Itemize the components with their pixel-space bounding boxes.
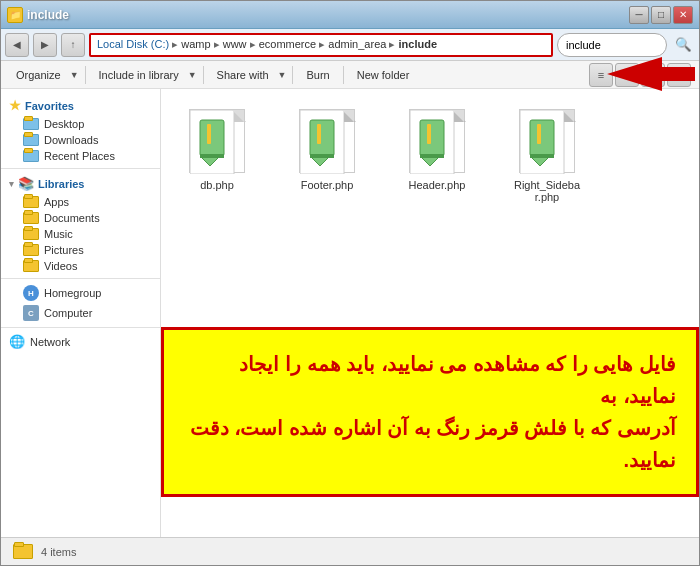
libraries-section: ▾ 📚 Libraries Apps Documents Music [1, 173, 160, 274]
status-folder-icon [13, 544, 33, 559]
sidebar-item-network[interactable]: 🌐 Network [1, 332, 160, 351]
sidebar-item-downloads[interactable]: Downloads [1, 132, 160, 148]
include-library-button[interactable]: Include in library [92, 64, 186, 86]
svg-rect-19 [420, 154, 444, 158]
organize-button[interactable]: Organize [9, 64, 68, 86]
sidebar-item-recent[interactable]: Recent Places [1, 148, 160, 164]
notification-box: فایل هایی را که مشاهده می نمایید، باید ه… [161, 327, 699, 497]
file-item-header[interactable]: Header.php [397, 105, 477, 195]
view-list-button[interactable]: ≡ [589, 63, 613, 87]
libraries-icon: 📚 [18, 176, 34, 191]
computer-icon: C [23, 305, 39, 321]
toolbar-separator-3 [292, 66, 293, 84]
sidebar-divider-3 [1, 327, 160, 328]
sidebar-item-documents[interactable]: Documents [1, 210, 160, 226]
right-sidebar-php-label: Right_Sidebar.php [511, 179, 583, 203]
help-button[interactable]: ? [667, 63, 691, 87]
pictures-icon [23, 244, 39, 256]
sidebar-item-homegroup[interactable]: H Homegroup [1, 283, 160, 303]
right-sidebar-php-icon [519, 109, 575, 173]
path-text: Local Disk (C:) ▸ wamp ▸ www ▸ ecommerce… [97, 38, 437, 51]
recent-icon [23, 150, 39, 162]
sidebar-item-computer[interactable]: C Computer [1, 303, 160, 323]
files-area: db.php Footer.php [161, 89, 699, 537]
libraries-label: Libraries [38, 178, 84, 190]
path-segment-4: ecommerce [259, 38, 316, 50]
search-button[interactable]: 🔍 [671, 33, 695, 57]
libraries-header[interactable]: ▾ 📚 Libraries [1, 173, 160, 194]
db-php-icon [189, 109, 245, 173]
path-arrow-2: ▸ [214, 38, 223, 50]
header-php-svg [410, 110, 466, 174]
svg-rect-16 [420, 120, 444, 156]
header-php-icon [409, 109, 465, 173]
recent-label: Recent Places [44, 150, 115, 162]
pictures-label: Pictures [44, 244, 84, 256]
apps-label: Apps [44, 196, 69, 208]
address-path[interactable]: Local Disk (C:) ▸ wamp ▸ www ▸ ecommerce… [89, 33, 553, 57]
search-input[interactable] [557, 33, 667, 57]
sidebar-item-videos[interactable]: Videos [1, 258, 160, 274]
svg-rect-5 [207, 124, 211, 144]
share-with-button[interactable]: Share with [210, 64, 276, 86]
status-bar: 4 items [1, 537, 699, 565]
toolbar-arrow-1: ▼ [70, 70, 79, 80]
new-folder-button[interactable]: New folder [350, 64, 417, 86]
path-segment-5: admin_area [328, 38, 386, 50]
svg-rect-25 [530, 154, 554, 158]
title-bar-left: 📁 include [7, 7, 69, 23]
svg-marker-21 [564, 110, 576, 122]
network-icon: 🌐 [9, 334, 25, 349]
db-php-svg [190, 110, 246, 174]
svg-rect-10 [310, 120, 334, 156]
toolbar-separator-4 [343, 66, 344, 84]
desktop-label: Desktop [44, 118, 84, 130]
sidebar-item-pictures[interactable]: Pictures [1, 242, 160, 258]
documents-label: Documents [44, 212, 100, 224]
view-toggle-button[interactable]: ▼ [615, 63, 639, 87]
path-arrow-5: ▸ [389, 38, 398, 50]
downloads-icon [23, 134, 39, 146]
svg-marker-9 [344, 110, 356, 122]
svg-marker-15 [454, 110, 466, 122]
sidebar-divider-1 [1, 168, 160, 169]
path-segment-2: wamp [181, 38, 210, 50]
toolbar-arrow-2: ▼ [188, 70, 197, 80]
apps-folder-icon [23, 196, 39, 208]
path-arrow-3: ▸ [250, 38, 259, 50]
path-arrow-1: ▸ [172, 38, 181, 50]
details-pane-button[interactable]: ⊞ [641, 63, 665, 87]
forward-button[interactable]: ▶ [33, 33, 57, 57]
toolbar: Organize ▼ Include in library ▼ Share wi… [1, 61, 699, 89]
minimize-button[interactable]: ─ [629, 6, 649, 24]
main-content: ★ Favorites Desktop Downloads Recent Pla… [1, 89, 699, 537]
footer-php-label: Footer.php [301, 179, 354, 191]
file-item-db[interactable]: db.php [177, 105, 257, 195]
footer-php-svg [300, 110, 356, 174]
path-segment-3: www [223, 38, 247, 50]
sidebar-item-apps[interactable]: Apps [1, 194, 160, 210]
sidebar: ★ Favorites Desktop Downloads Recent Pla… [1, 89, 161, 537]
folder-icon: 📁 [7, 7, 23, 23]
close-button[interactable]: ✕ [673, 6, 693, 24]
videos-label: Videos [44, 260, 77, 272]
file-item-footer[interactable]: Footer.php [287, 105, 367, 195]
header-php-label: Header.php [409, 179, 466, 191]
up-button[interactable]: ↑ [61, 33, 85, 57]
status-item-count: 4 items [41, 546, 76, 558]
svg-rect-22 [530, 120, 554, 156]
title-buttons: ─ □ ✕ [629, 6, 693, 24]
footer-php-icon [299, 109, 355, 173]
toolbar-separator-1 [85, 66, 86, 84]
back-button[interactable]: ◀ [5, 33, 29, 57]
window-title: include [27, 8, 69, 22]
sidebar-divider-2 [1, 278, 160, 279]
window: 📁 include ─ □ ✕ ◀ ▶ ↑ Local Disk (C:) ▸ … [0, 0, 700, 566]
file-item-right-sidebar[interactable]: Right_Sidebar.php [507, 105, 587, 207]
sidebar-item-desktop[interactable]: Desktop [1, 116, 160, 132]
burn-button[interactable]: Burn [299, 64, 336, 86]
maximize-button[interactable]: □ [651, 6, 671, 24]
right-sidebar-php-svg [520, 110, 576, 174]
sidebar-item-music[interactable]: Music [1, 226, 160, 242]
favorites-header[interactable]: ★ Favorites [1, 95, 160, 116]
